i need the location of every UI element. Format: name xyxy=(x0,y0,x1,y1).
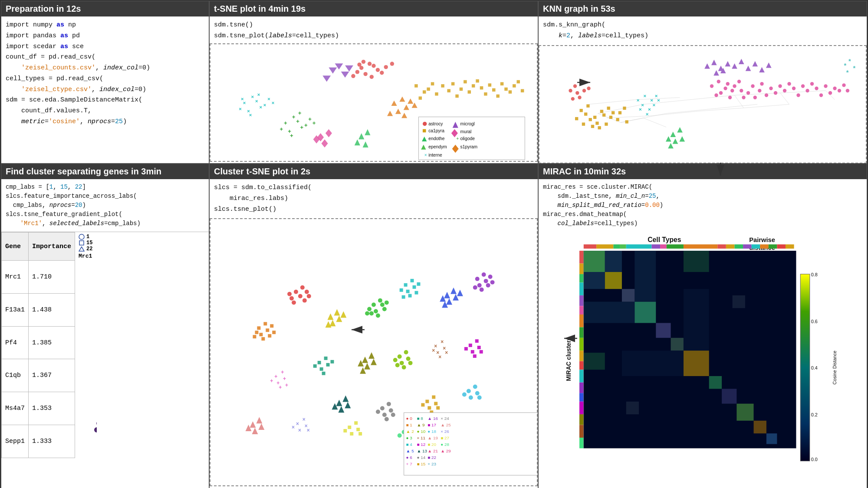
gene-importance: 1.385 xyxy=(29,326,75,359)
colorbar xyxy=(800,274,810,461)
svg-rect-505 xyxy=(579,361,584,370)
svg-rect-517 xyxy=(635,302,656,323)
svg-text:0.2: 0.2 xyxy=(811,412,818,417)
svg-rect-528 xyxy=(626,402,639,414)
svg-marker-220 xyxy=(79,247,84,251)
svg-rect-516 xyxy=(622,289,635,301)
svg-point-236 xyxy=(96,421,97,426)
knn-code: sdm.s_knn_graph( k=2, labels=cell_types) xyxy=(539,16,867,45)
gene-scatter-svg: 5 4 3 2 0 log2(read count + 1) xyxy=(75,261,97,456)
table-row: Mrc1 1.710 xyxy=(2,261,97,294)
tsne-code: sdm.tsne() sdm.tsne_plot(labels=cell_typ… xyxy=(210,16,538,43)
svg-rect-499 xyxy=(579,295,584,306)
gene-name: Mrc1 xyxy=(2,261,29,294)
svg-rect-512 xyxy=(579,438,584,448)
svg-rect-504 xyxy=(579,350,584,361)
gene-scatter: 5 4 3 2 0 log2(read count + 1) xyxy=(75,261,97,458)
cluster-tsne-cell: Cluster t-SNE plot in 2s slcs = sdm.to_c… xyxy=(209,164,538,488)
svg-rect-509 xyxy=(579,402,584,414)
svg-rect-511 xyxy=(579,425,584,438)
svg-rect-533 xyxy=(584,302,635,323)
svg-rect-526 xyxy=(584,353,605,370)
cluster-legend-header: 1 15 22 Mrc1 xyxy=(75,233,97,261)
svg-rect-503 xyxy=(579,338,584,350)
svg-rect-515 xyxy=(605,272,622,289)
svg-rect-481 xyxy=(626,244,652,249)
svg-rect-492 xyxy=(769,244,777,249)
tsne-cell: t-SNE plot in 4min 19s sdm.tsne() sdm.ts… xyxy=(209,1,538,164)
svg-rect-477 xyxy=(584,244,596,249)
heatmap-x-label: Cell Types xyxy=(648,236,681,243)
gene-table-container: Gene Importance 1 15 xyxy=(1,232,97,469)
cluster-genes-code: cmp_labs = [1, 15, 22] slcs.feature_impo… xyxy=(1,179,209,232)
heatmap-y-label: MIRAC clusters xyxy=(566,337,572,381)
gene-name: C1qb xyxy=(2,359,29,392)
svg-rect-529 xyxy=(733,295,745,308)
svg-rect-483 xyxy=(660,244,667,249)
cluster-genes-cell: Find cluster separating genes in 3min cm… xyxy=(1,164,209,488)
gene-table: Gene Importance 1 15 xyxy=(1,232,97,458)
svg-rect-507 xyxy=(579,383,584,393)
svg-rect-530 xyxy=(584,272,605,289)
svg-rect-527 xyxy=(684,251,709,272)
svg-rect-519 xyxy=(671,338,684,350)
cluster-tsne-code: slcs = sdm.to_classified( mirac_res.labs… xyxy=(210,179,538,218)
svg-text:0.0: 0.0 xyxy=(811,457,818,462)
svg-rect-498 xyxy=(579,283,584,295)
gene-name: F13a1 xyxy=(2,293,29,326)
svg-rect-508 xyxy=(579,393,584,402)
svg-text:0.6: 0.6 xyxy=(811,319,818,324)
mirac-code: mirac_res = sce.cluster.MIRAC( sdm._last… xyxy=(539,179,867,232)
cluster-genes-header: Find cluster separating genes in 3min xyxy=(1,164,209,179)
svg-rect-490 xyxy=(752,244,760,249)
svg-rect-493 xyxy=(777,244,786,249)
svg-rect-522 xyxy=(722,389,736,403)
mirac-cell: MIRAC in 10min 32s mirac_res = sce.clust… xyxy=(538,164,867,488)
svg-rect-501 xyxy=(579,314,584,327)
svg-rect-487 xyxy=(726,244,735,249)
svg-rect-524 xyxy=(754,421,766,433)
tsne-header: t-SNE plot in 4min 19s xyxy=(210,1,538,16)
svg-rect-486 xyxy=(717,244,726,249)
mirac-header: MIRAC in 10min 32s xyxy=(539,164,867,179)
svg-rect-500 xyxy=(579,306,584,314)
svg-point-218 xyxy=(79,234,84,239)
prep-header: Preparation in 12s xyxy=(1,1,209,16)
svg-rect-535 xyxy=(622,350,684,376)
svg-rect-521 xyxy=(709,376,722,389)
svg-rect-482 xyxy=(651,244,660,249)
knn-cell: KNN graph in 53s sdm.s_knn_graph( k=2, l… xyxy=(538,1,867,164)
svg-rect-494 xyxy=(786,244,794,249)
svg-rect-514 xyxy=(584,251,605,272)
cluster-tsne-header: Cluster t-SNE plot in 2s xyxy=(210,164,538,179)
gene-importance: 1.333 xyxy=(29,425,75,458)
svg-point-238 xyxy=(94,427,97,432)
gene-importance: 1.438 xyxy=(29,293,75,326)
svg-rect-534 xyxy=(684,289,709,350)
heatmap-area: Cell Types Pairwise distance matrix heat… xyxy=(539,232,867,478)
tsne-plot-area: ××× ××× ××× ××× +++ +++ +++ ++ xyxy=(210,43,538,162)
knn-header: KNN graph in 53s xyxy=(539,1,867,16)
svg-rect-497 xyxy=(579,274,584,283)
svg-rect-489 xyxy=(743,244,752,249)
gene-name: Sepp1 xyxy=(2,425,29,458)
colorbar-label: Cosine Distance xyxy=(832,350,837,384)
svg-text:0.8: 0.8 xyxy=(811,272,818,277)
svg-rect-480 xyxy=(620,244,626,249)
heatmap-legend-title: Pairwise xyxy=(749,236,775,243)
gene-col-header: Gene xyxy=(2,233,29,261)
svg-rect-523 xyxy=(736,404,753,421)
svg-rect-491 xyxy=(760,244,769,249)
cluster-genes-bottom: Gene Importance 1 15 xyxy=(1,232,209,469)
svg-rect-506 xyxy=(579,370,584,382)
svg-rect-219 xyxy=(79,241,84,245)
gene-importance: 1.367 xyxy=(29,359,75,392)
svg-rect-502 xyxy=(579,327,584,337)
gene-importance: 1.710 xyxy=(29,261,75,294)
prep-code: import numpy as np import pandas as pd i… xyxy=(1,16,209,131)
importance-col-header: Importance xyxy=(29,233,75,261)
svg-rect-485 xyxy=(684,244,717,249)
main-grid: Preparation in 12s import numpy as np im… xyxy=(0,0,868,488)
svg-rect-520 xyxy=(684,350,709,376)
svg-rect-496 xyxy=(579,263,584,274)
